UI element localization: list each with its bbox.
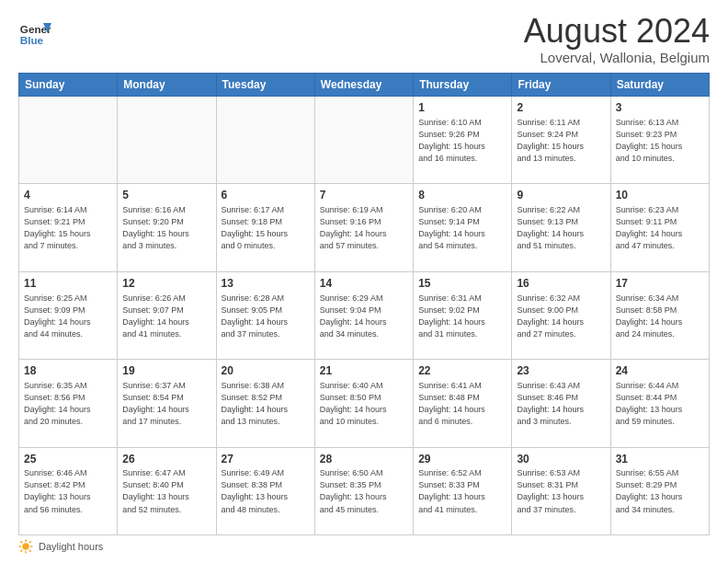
- sun-icon: [18, 539, 33, 554]
- day-number: 29: [418, 452, 506, 467]
- day-number: 8: [418, 188, 506, 203]
- day-info: Sunrise: 6:26 AM Sunset: 9:07 PM Dayligh…: [122, 293, 210, 340]
- day-number: 21: [320, 363, 408, 379]
- day-info: Sunrise: 6:23 AM Sunset: 9:11 PM Dayligh…: [616, 204, 704, 252]
- day-info: Sunrise: 6:44 AM Sunset: 8:44 PM Dayligh…: [616, 380, 704, 428]
- day-info: Sunrise: 6:46 AM Sunset: 8:42 PM Dayligh…: [24, 467, 112, 515]
- day-info: Sunrise: 6:49 AM Sunset: 8:38 PM Dayligh…: [222, 467, 310, 515]
- day-cell: 2Sunrise: 6:11 AM Sunset: 9:24 PM Daylig…: [512, 97, 610, 184]
- day-number: 4: [24, 188, 112, 203]
- day-cell: 27Sunrise: 6:49 AM Sunset: 8:38 PM Dayli…: [216, 447, 314, 534]
- day-info: Sunrise: 6:29 AM Sunset: 9:04 PM Dayligh…: [320, 293, 408, 340]
- day-number: 2: [517, 100, 605, 116]
- day-cell: 9Sunrise: 6:22 AM Sunset: 9:13 PM Daylig…: [512, 184, 610, 271]
- logo: General Blue: [18, 15, 51, 48]
- day-info: Sunrise: 6:37 AM Sunset: 8:54 PM Dayligh…: [122, 380, 210, 428]
- week-row-2: 4Sunrise: 6:14 AM Sunset: 9:21 PM Daylig…: [19, 184, 710, 271]
- day-info: Sunrise: 6:35 AM Sunset: 8:56 PM Dayligh…: [24, 380, 112, 428]
- day-number: 9: [517, 188, 605, 203]
- day-number: 24: [616, 363, 704, 379]
- day-header-sunday: Sunday: [19, 74, 118, 97]
- day-number: 1: [418, 100, 506, 116]
- day-header-wednesday: Wednesday: [314, 74, 413, 97]
- day-cell: 15Sunrise: 6:31 AM Sunset: 9:02 PM Dayli…: [414, 271, 512, 359]
- day-number: 25: [24, 452, 112, 467]
- svg-point-3: [23, 544, 29, 550]
- day-cell: 26Sunrise: 6:47 AM Sunset: 8:40 PM Dayli…: [118, 447, 216, 534]
- day-cell: 13Sunrise: 6:28 AM Sunset: 9:05 PM Dayli…: [216, 271, 314, 359]
- svg-line-10: [29, 541, 31, 543]
- day-cell: 3Sunrise: 6:13 AM Sunset: 9:23 PM Daylig…: [610, 97, 709, 184]
- day-cell: [216, 97, 314, 184]
- week-row-4: 18Sunrise: 6:35 AM Sunset: 8:56 PM Dayli…: [19, 360, 710, 447]
- days-header-row: SundayMondayTuesdayWednesdayThursdayFrid…: [19, 74, 710, 97]
- day-cell: 23Sunrise: 6:43 AM Sunset: 8:46 PM Dayli…: [512, 360, 610, 447]
- day-info: Sunrise: 6:50 AM Sunset: 8:35 PM Dayligh…: [320, 467, 408, 515]
- day-info: Sunrise: 6:41 AM Sunset: 8:48 PM Dayligh…: [418, 380, 506, 428]
- day-number: 23: [517, 363, 605, 379]
- day-info: Sunrise: 6:17 AM Sunset: 9:18 PM Dayligh…: [222, 204, 310, 252]
- day-number: 30: [517, 452, 605, 467]
- day-info: Sunrise: 6:32 AM Sunset: 9:00 PM Dayligh…: [517, 293, 605, 340]
- day-cell: [19, 97, 118, 184]
- day-header-saturday: Saturday: [610, 74, 709, 97]
- week-row-5: 25Sunrise: 6:46 AM Sunset: 8:42 PM Dayli…: [19, 447, 710, 534]
- day-info: Sunrise: 6:55 AM Sunset: 8:29 PM Dayligh…: [616, 467, 704, 515]
- day-header-friday: Friday: [512, 74, 610, 97]
- day-header-monday: Monday: [118, 74, 216, 97]
- day-info: Sunrise: 6:43 AM Sunset: 8:46 PM Dayligh…: [517, 380, 605, 428]
- day-info: Sunrise: 6:53 AM Sunset: 8:31 PM Dayligh…: [517, 467, 605, 515]
- day-cell: 12Sunrise: 6:26 AM Sunset: 9:07 PM Dayli…: [118, 271, 216, 359]
- svg-line-8: [20, 541, 22, 543]
- day-number: 22: [418, 363, 506, 379]
- day-number: 11: [24, 276, 112, 292]
- day-number: 28: [320, 452, 408, 467]
- day-info: Sunrise: 6:20 AM Sunset: 9:14 PM Dayligh…: [418, 204, 506, 252]
- day-number: 15: [418, 276, 506, 292]
- day-number: 6: [222, 188, 310, 203]
- day-cell: 7Sunrise: 6:19 AM Sunset: 9:16 PM Daylig…: [314, 184, 413, 271]
- day-cell: 1Sunrise: 6:10 AM Sunset: 9:26 PM Daylig…: [414, 97, 512, 184]
- footer: Daylight hours: [18, 539, 710, 554]
- day-header-tuesday: Tuesday: [216, 74, 314, 97]
- day-number: 10: [616, 188, 704, 203]
- day-info: Sunrise: 6:25 AM Sunset: 9:09 PM Dayligh…: [24, 293, 112, 340]
- day-number: 18: [24, 363, 112, 379]
- day-number: 5: [122, 188, 210, 203]
- day-info: Sunrise: 6:47 AM Sunset: 8:40 PM Dayligh…: [122, 467, 210, 515]
- day-cell: 18Sunrise: 6:35 AM Sunset: 8:56 PM Dayli…: [19, 360, 118, 447]
- day-info: Sunrise: 6:31 AM Sunset: 9:02 PM Dayligh…: [418, 293, 506, 340]
- day-cell: 20Sunrise: 6:38 AM Sunset: 8:52 PM Dayli…: [216, 360, 314, 447]
- day-info: Sunrise: 6:40 AM Sunset: 8:50 PM Dayligh…: [320, 380, 408, 428]
- calendar: SundayMondayTuesdayWednesdayThursdayFrid…: [18, 73, 710, 535]
- day-info: Sunrise: 6:19 AM Sunset: 9:16 PM Dayligh…: [320, 204, 408, 252]
- header-right: August 2024 Loverval, Wallonia, Belgium: [524, 15, 710, 65]
- day-number: 13: [222, 276, 310, 292]
- day-info: Sunrise: 6:10 AM Sunset: 9:26 PM Dayligh…: [418, 117, 506, 165]
- day-cell: 5Sunrise: 6:16 AM Sunset: 9:20 PM Daylig…: [118, 184, 216, 271]
- week-row-1: 1Sunrise: 6:10 AM Sunset: 9:26 PM Daylig…: [19, 97, 710, 184]
- header: General Blue August 2024 Loverval, Wallo…: [18, 15, 710, 65]
- day-number: 19: [122, 363, 210, 379]
- day-info: Sunrise: 6:16 AM Sunset: 9:20 PM Dayligh…: [122, 204, 210, 252]
- day-cell: [118, 97, 216, 184]
- day-cell: 17Sunrise: 6:34 AM Sunset: 8:58 PM Dayli…: [610, 271, 709, 359]
- day-info: Sunrise: 6:52 AM Sunset: 8:33 PM Dayligh…: [418, 467, 506, 515]
- logo-icon: General Blue: [18, 15, 51, 48]
- day-header-thursday: Thursday: [414, 74, 512, 97]
- day-cell: [314, 97, 413, 184]
- day-info: Sunrise: 6:28 AM Sunset: 9:05 PM Dayligh…: [222, 293, 310, 340]
- day-cell: 31Sunrise: 6:55 AM Sunset: 8:29 PM Dayli…: [610, 447, 709, 534]
- day-cell: 28Sunrise: 6:50 AM Sunset: 8:35 PM Dayli…: [314, 447, 413, 534]
- day-number: 3: [616, 100, 704, 116]
- day-number: 16: [517, 276, 605, 292]
- day-cell: 6Sunrise: 6:17 AM Sunset: 9:18 PM Daylig…: [216, 184, 314, 271]
- day-cell: 24Sunrise: 6:44 AM Sunset: 8:44 PM Dayli…: [610, 360, 709, 447]
- day-cell: 16Sunrise: 6:32 AM Sunset: 9:00 PM Dayli…: [512, 271, 610, 359]
- svg-line-11: [20, 550, 22, 552]
- day-cell: 30Sunrise: 6:53 AM Sunset: 8:31 PM Dayli…: [512, 447, 610, 534]
- day-number: 27: [222, 452, 310, 467]
- location: Loverval, Wallonia, Belgium: [524, 50, 710, 65]
- month-title: August 2024: [524, 15, 710, 48]
- day-cell: 25Sunrise: 6:46 AM Sunset: 8:42 PM Dayli…: [19, 447, 118, 534]
